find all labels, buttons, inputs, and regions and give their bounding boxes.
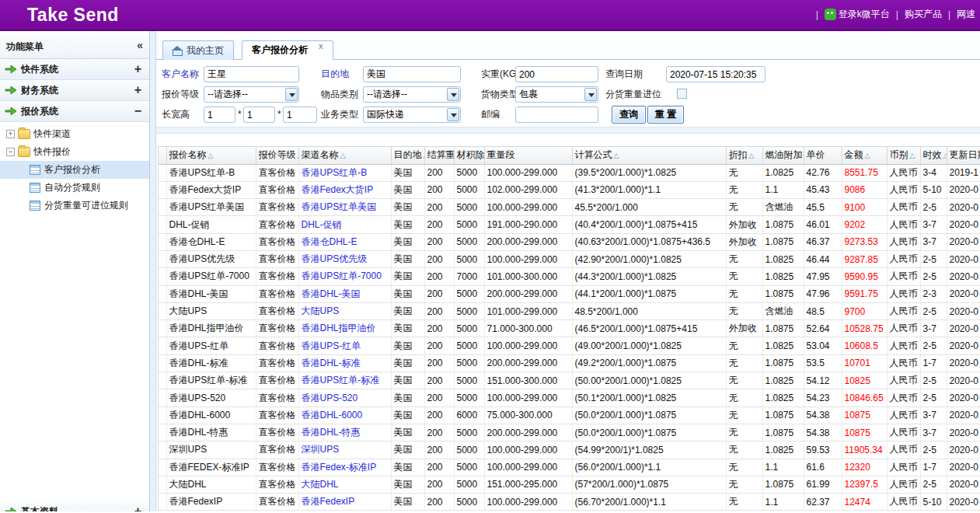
split-weight-carry-checkbox[interactable] xyxy=(677,89,687,99)
tree-expand-icon[interactable]: + xyxy=(6,130,15,138)
sidebar-item-basic-data[interactable]: 基本资料 + xyxy=(0,501,149,511)
table-row[interactable]: 香港UPS-520直客价格香港UPS-520美国2005000100.000-2… xyxy=(159,389,980,407)
cell-channel[interactable]: 香港DHL-特惠 xyxy=(298,424,391,441)
table-row[interactable]: 香港仓DHL-E直客价格香港仓DHL-E美国2005000200.000-299… xyxy=(159,233,980,250)
sidebar-item-finance-system[interactable]: 财务系统 + xyxy=(0,80,149,101)
table-row[interactable]: 香港UPS红单-7000直客价格香港UPS红单-7000美国2007000101… xyxy=(159,268,980,285)
column-header-channel[interactable]: 渠道名称△ xyxy=(298,147,391,164)
buy-product-link[interactable]: 购买产品 xyxy=(905,8,942,21)
column-header-grade[interactable]: 报价等级△ xyxy=(256,147,298,164)
sidebar-collapse-icon[interactable]: « xyxy=(137,40,143,58)
sort-icon[interactable]: △ xyxy=(749,152,755,159)
table-row[interactable]: 香港Fedex大货IP直客价格香港Fedex大货IP美国2005000102.0… xyxy=(159,181,980,198)
cell-channel[interactable]: 香港UPS红单-7000 xyxy=(298,268,391,285)
column-header-rowmark[interactable] xyxy=(159,147,166,164)
column-header-fuel[interactable]: 燃油附加△ xyxy=(762,147,804,164)
network-speed-link[interactable]: 网速 xyxy=(957,8,975,21)
column-header-discount[interactable]: 折扣△ xyxy=(726,147,762,164)
cell-channel[interactable]: 香港DHL-标准 xyxy=(298,354,391,372)
sort-icon[interactable]: △ xyxy=(910,152,915,159)
cell-channel[interactable]: 大陆DHL xyxy=(298,476,391,493)
sidebar-item-express-system[interactable]: 快件系统 + xyxy=(0,59,149,80)
table-row[interactable]: 香港DHL指甲油价直客价格香港DHL指甲油价美国200500071.000-30… xyxy=(159,320,980,337)
table-row[interactable]: 香港UPS优先级直客价格香港UPS优先级美国2005000100.000-299… xyxy=(159,250,980,267)
tree-node-express-channel[interactable]: + 快件渠道 xyxy=(0,125,149,143)
cell-channel[interactable]: 香港UPS红单-B xyxy=(298,164,391,181)
close-icon[interactable]: x xyxy=(319,42,323,51)
column-header-dest[interactable]: 目的地△ xyxy=(391,147,424,164)
cell-channel[interactable]: 香港FedexIP xyxy=(298,494,391,511)
login-wechat-link[interactable]: 登录k微平台 xyxy=(825,8,890,21)
actual-weight-input[interactable] xyxy=(515,66,598,82)
cell-channel[interactable]: DHL-促销 xyxy=(298,216,391,233)
table-row[interactable]: 香港FEDEX-标准IP直客价格香港Fedex-标准IP美国2005000100… xyxy=(159,459,980,476)
query-date-input[interactable] xyxy=(666,66,766,82)
tab-my-homepage[interactable]: 我的主页 xyxy=(162,40,234,60)
item-category-select[interactable]: --请选择-- xyxy=(363,86,461,103)
table-row[interactable]: 香港DHL-6000直客价格香港DHL-6000美国200600075.000-… xyxy=(159,407,980,424)
table-row[interactable]: 大陆DHL直客价格大陆DHL美国2005000151.000-295.000(5… xyxy=(159,476,980,493)
table-row[interactable]: 香港UPS-红单直客价格香港UPS-红单美国2005000100.000-299… xyxy=(159,337,980,354)
reset-button[interactable]: 重 置 xyxy=(647,106,684,124)
tree-leaf-customer-quote-analysis[interactable]: 客户报价分析 xyxy=(0,161,149,179)
table-row[interactable]: DHL-促销直客价格DHL-促销美国2005000191.000-290.000… xyxy=(159,216,980,233)
zip-code-input[interactable] xyxy=(515,106,598,123)
business-type-select[interactable]: 国际快递 xyxy=(363,106,461,123)
column-header-volume-divisor[interactable]: 材积除 xyxy=(454,147,484,164)
quote-grade-select[interactable]: --请选择-- xyxy=(204,86,299,103)
column-header-amount[interactable]: 金额△ xyxy=(842,147,887,164)
table-row[interactable]: 香港UPS红单-标准直客价格香港UPS红单-标准美国2005000151.000… xyxy=(159,372,980,389)
cell-channel[interactable]: 香港UPS优先级 xyxy=(298,250,391,267)
table-row[interactable]: 大陆UPS直客价格大陆UPS美国2005000101.000-299.00048… xyxy=(159,302,980,319)
height-input[interactable] xyxy=(283,106,317,123)
table-row[interactable]: 香港UPS红单-B直客价格香港UPS红单-B美国2005000100.000-2… xyxy=(159,164,980,181)
column-header-unit-price[interactable]: 单价 xyxy=(804,147,842,164)
cell-channel[interactable]: 大陆UPS xyxy=(298,302,391,319)
table-icon xyxy=(30,183,40,193)
cell-settle-weight: 200 xyxy=(424,285,454,302)
column-header-weight-range[interactable]: 重量段 xyxy=(484,147,572,164)
cell-channel[interactable]: 香港DHL-美国 xyxy=(298,285,391,302)
tree-collapse-icon[interactable]: − xyxy=(6,148,15,156)
sort-icon[interactable]: △ xyxy=(614,152,619,159)
column-header-updated[interactable]: 更新日期 xyxy=(947,147,980,164)
length-input[interactable] xyxy=(204,106,235,123)
width-input[interactable] xyxy=(243,106,275,123)
cell-channel[interactable]: 香港UPS-520 xyxy=(298,389,391,407)
column-header-name[interactable]: 报价名称△ xyxy=(166,147,256,164)
cell-channel[interactable]: 香港UPS红单-标准 xyxy=(298,372,391,389)
column-header-settle-weight[interactable]: 结算重 xyxy=(424,147,454,164)
table-row[interactable]: 香港UPS红单美国直客价格香港UPS红单美国美国2005000100.000-2… xyxy=(159,199,980,216)
search-button[interactable]: 查询 xyxy=(612,106,646,124)
cell-channel[interactable]: 香港UPS-红单 xyxy=(298,337,391,354)
column-header-formula[interactable]: 计算公式△ xyxy=(572,147,726,164)
tree-leaf-split-weight-carry-rule[interactable]: 分货重量可进位规则 xyxy=(0,197,149,215)
sort-icon[interactable]: △ xyxy=(340,152,346,159)
tab-customer-quote-analysis[interactable]: 客户报价分析 x xyxy=(242,40,333,60)
tree-leaf-auto-split-rule[interactable]: 自动分货规则 xyxy=(0,179,149,197)
cell-channel[interactable]: 香港仓DHL-E xyxy=(298,233,391,250)
table-row[interactable]: 香港FedexIP直客价格香港FedexIP美国2005000100.000-2… xyxy=(159,494,980,511)
column-header-currency[interactable]: 币别△ xyxy=(887,147,920,164)
cell-channel[interactable]: 香港DHL指甲油价 xyxy=(298,320,391,337)
table-row[interactable]: 香港DHL-标准直客价格香港DHL-标准美国2005000200.000-299… xyxy=(159,354,980,372)
destination-input[interactable] xyxy=(363,66,461,82)
row-marker-cell xyxy=(159,233,166,250)
cell-channel[interactable]: 香港Fedex-标准IP xyxy=(298,459,391,476)
table-row[interactable]: 香港DHL-特惠直客价格香港DHL-特惠美国2005000200.000-299… xyxy=(159,424,980,441)
cell-channel[interactable]: 香港Fedex大货IP xyxy=(298,181,391,198)
sidebar-item-quote-system[interactable]: 报价系统 − xyxy=(0,101,149,122)
cell-channel[interactable]: 香港DHL-6000 xyxy=(298,407,391,424)
sort-icon[interactable]: △ xyxy=(865,152,870,159)
cell-channel[interactable]: 香港UPS红单美国 xyxy=(298,199,391,216)
cargo-type-select[interactable]: 包裹 xyxy=(515,86,598,103)
table-row[interactable]: 香港DHL-美国直客价格香港DHL-美国美国2005000200.000-299… xyxy=(159,285,980,302)
sidebar-splitter[interactable] xyxy=(150,31,156,511)
table-row[interactable]: 深圳UPS直客价格深圳UPS美国2005000100.000-299.000(5… xyxy=(159,441,980,459)
customer-name-input[interactable] xyxy=(204,66,299,82)
tree-node-express-quote[interactable]: − 快件报价 xyxy=(0,143,149,161)
cell-settle-weight: 200 xyxy=(424,389,454,407)
cell-channel[interactable]: 深圳UPS xyxy=(298,441,391,459)
sort-icon[interactable]: △ xyxy=(208,152,214,159)
column-header-aging[interactable]: 时效△ xyxy=(920,147,947,164)
